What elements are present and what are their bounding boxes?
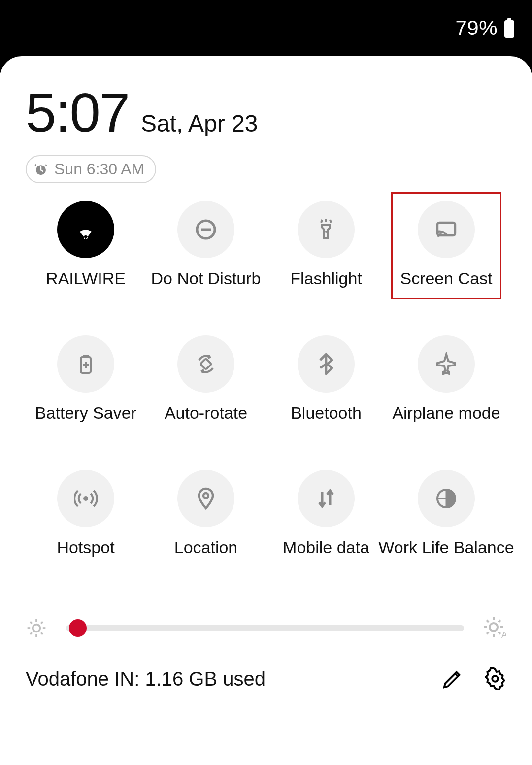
bluetooth-icon[interactable] xyxy=(298,335,355,393)
svg-point-3 xyxy=(33,625,40,632)
tile-label: Work Life Balance xyxy=(378,538,514,557)
battery-icon xyxy=(503,18,515,38)
status-bar: 79% xyxy=(0,0,532,56)
settings-icon[interactable] xyxy=(484,667,506,690)
footer-row: Vodafone IN: 1.16 GB used xyxy=(26,667,506,690)
brightness-low-icon xyxy=(26,617,47,639)
tile-screen-cast[interactable]: Screen Cast xyxy=(392,201,500,288)
clock-row: 5:07 Sat, Apr 23 xyxy=(26,81,506,144)
tile-label: Do Not Disturb xyxy=(151,269,261,288)
tile-label: RAILWIRE xyxy=(46,269,126,288)
tile-wifi[interactable]: RAILWIRE xyxy=(32,201,140,288)
location-icon[interactable] xyxy=(177,470,234,527)
svg-text:A: A xyxy=(501,630,506,640)
cast-icon[interactable] xyxy=(418,201,475,258)
tile-hotspot[interactable]: Hotspot xyxy=(32,470,140,557)
brightness-auto-icon[interactable]: A xyxy=(483,616,506,640)
battery-percentage: 79% xyxy=(455,16,498,40)
brightness-row: A xyxy=(26,616,506,640)
tile-auto-rotate[interactable]: Auto-rotate xyxy=(152,335,260,423)
alarm-chip[interactable]: Sun 6:30 AM xyxy=(26,155,156,183)
tile-flashlight[interactable]: Flashlight xyxy=(272,201,380,288)
data-usage-text[interactable]: Vodafone IN: 1.16 GB used xyxy=(26,668,428,690)
alarm-text: Sun 6:30 AM xyxy=(54,160,144,178)
work-life-icon[interactable] xyxy=(418,470,475,527)
svg-line-20 xyxy=(499,620,500,622)
tile-label: Flashlight xyxy=(290,269,362,288)
tile-battery-saver[interactable]: Battery Saver xyxy=(32,335,140,423)
clock-date: Sat, Apr 23 xyxy=(141,110,258,137)
clock-time: 5:07 xyxy=(26,81,129,144)
svg-rect-1 xyxy=(504,20,514,38)
battery-plus-icon[interactable] xyxy=(57,335,114,393)
alarm-icon xyxy=(33,162,48,177)
tile-label: Screen Cast xyxy=(400,269,492,288)
brightness-thumb[interactable] xyxy=(69,619,87,637)
tile-bluetooth[interactable]: Bluetooth xyxy=(272,335,380,423)
edit-icon[interactable] xyxy=(441,667,464,690)
hotspot-icon[interactable] xyxy=(57,470,114,527)
wifi-icon[interactable] xyxy=(57,201,114,258)
tile-dnd[interactable]: Do Not Disturb xyxy=(152,201,260,288)
tile-label: Airplane mode xyxy=(392,403,500,423)
mobile-data-icon[interactable] xyxy=(298,470,355,527)
svg-line-19 xyxy=(487,632,489,634)
tile-label: Mobile data xyxy=(283,538,369,557)
svg-rect-0 xyxy=(507,18,511,20)
tile-label: Battery Saver xyxy=(35,403,136,423)
dnd-icon[interactable] xyxy=(177,201,234,258)
quick-settings-panel: 5:07 Sat, Apr 23 Sun 6:30 AM RAILWIREDo … xyxy=(0,56,532,765)
svg-line-11 xyxy=(41,622,43,624)
svg-point-12 xyxy=(490,623,498,631)
airplane-icon[interactable] xyxy=(418,335,475,393)
tile-label: Auto-rotate xyxy=(165,403,247,423)
rotate-icon[interactable] xyxy=(177,335,234,393)
tile-label: Location xyxy=(174,538,238,557)
tile-label: Hotspot xyxy=(57,538,114,557)
flashlight-icon[interactable] xyxy=(298,201,355,258)
tile-mobile-data[interactable]: Mobile data xyxy=(272,470,380,557)
svg-line-8 xyxy=(30,622,32,624)
tile-location[interactable]: Location xyxy=(152,470,260,557)
battery-indicator: 79% xyxy=(455,16,515,40)
tile-label: Bluetooth xyxy=(291,403,362,423)
svg-line-9 xyxy=(41,632,43,634)
brightness-slider[interactable] xyxy=(66,625,464,631)
svg-point-22 xyxy=(492,676,498,682)
svg-line-10 xyxy=(30,632,32,634)
svg-line-17 xyxy=(487,620,489,622)
tile-work-life[interactable]: Work Life Balance xyxy=(392,470,500,557)
quick-tiles-grid: RAILWIREDo Not DisturbFlashlightScreen C… xyxy=(26,201,506,557)
tile-airplane[interactable]: Airplane mode xyxy=(392,335,500,423)
svg-line-18 xyxy=(499,632,500,634)
